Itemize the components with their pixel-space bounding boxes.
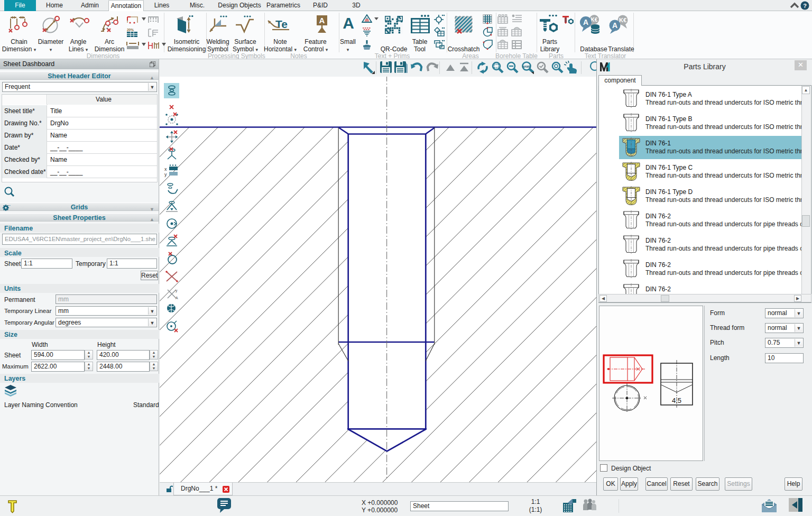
svg-text:y: y	[164, 172, 167, 177]
svg-text:...: ...	[8, 204, 11, 206]
svg-text:?: ?	[803, 3, 807, 9]
svg-text:A: A	[176, 296, 178, 300]
svg-text:x: x	[164, 167, 167, 172]
svg-text:20%: 20%	[127, 28, 134, 32]
svg-text:K€: K€	[591, 17, 598, 23]
svg-text:Te: Te	[275, 19, 288, 30]
svg-text:A: A	[583, 18, 588, 26]
svg-text:A: A	[612, 21, 617, 30]
svg-text:4,5: 4,5	[672, 397, 681, 404]
svg-text:NAME: NAME	[522, 65, 531, 68]
svg-text:K€: K€	[619, 17, 626, 23]
svg-text:A: A	[343, 15, 354, 31]
svg-text:A: A	[319, 16, 325, 25]
svg-text:y: y	[176, 289, 178, 293]
